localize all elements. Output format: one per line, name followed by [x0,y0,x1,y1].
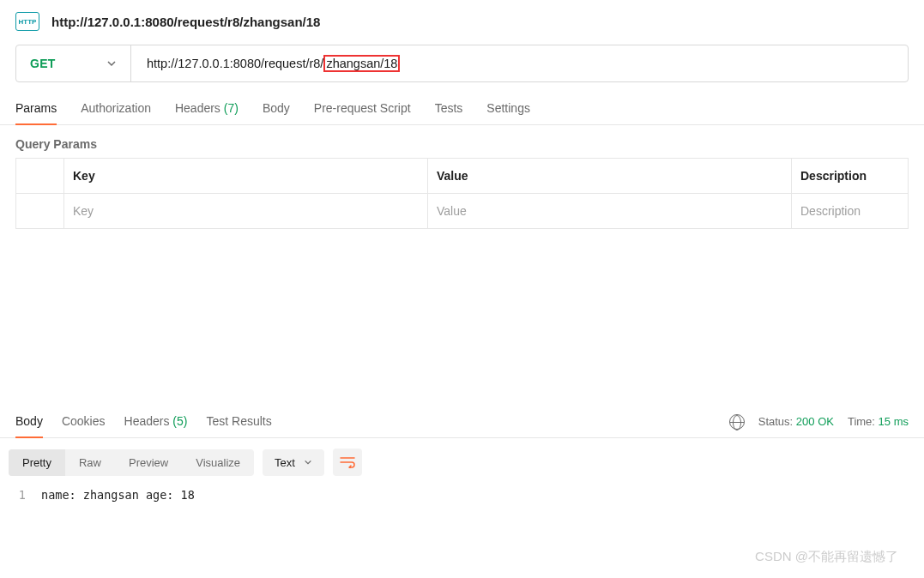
tab-authorization[interactable]: Authorization [81,101,151,124]
response-tab-body[interactable]: Body [15,406,43,438]
table-header-key: Key [64,159,428,193]
view-raw-button[interactable]: Raw [65,449,115,476]
response-meta: Status: 200 OK Time: 15 ms [729,414,909,430]
table-header-blank [16,159,64,193]
tab-headers[interactable]: Headers (7) [175,101,239,124]
tab-body[interactable]: Body [263,101,290,124]
tab-tests[interactable]: Tests [435,101,463,124]
view-visualize-button[interactable]: Visualize [182,449,254,476]
response-tabs: Body Cookies Headers (5) Test Results [15,406,272,437]
method-dropdown[interactable]: GET [16,45,131,81]
status-value: 200 OK [796,415,834,428]
format-dropdown[interactable]: Text [263,449,324,476]
request-row: GET http://127.0.0.1:8080/request/r8/zha… [15,45,909,82]
description-input[interactable]: Description [792,194,908,228]
row-checkbox-cell[interactable] [16,194,64,228]
tab-params[interactable]: Params [15,101,57,125]
response-tab-headers[interactable]: Headers (5) [124,406,188,437]
key-input[interactable]: Key [64,194,428,228]
url-input[interactable]: http://127.0.0.1:8080/request/r8/zhangsa… [131,45,908,81]
response-bar: Body Cookies Headers (5) Test Results St… [0,406,924,438]
status-label: Status: [758,415,793,428]
tab-prerequest[interactable]: Pre-request Script [314,101,411,124]
value-input[interactable]: Value [428,194,792,228]
response-tab-testresults[interactable]: Test Results [206,406,271,437]
chevron-down-icon [106,58,117,69]
view-pretty-button[interactable]: Pretty [9,449,65,476]
tab-settings[interactable]: Settings [486,101,530,124]
response-toolbar: Pretty Raw Preview Visualize Text [0,438,924,483]
method-label: GET [30,57,56,70]
request-tabs: Params Authorization Headers (7) Body Pr… [0,82,924,125]
tab-headers-count: (7) [224,101,239,115]
table-header-value: Value [428,159,792,193]
status-display: Status: 200 OK [758,415,834,428]
time-label: Time: [848,415,875,428]
response-tab-cookies[interactable]: Cookies [62,406,106,437]
url-highlighted-segment: zhangsan/18 [323,55,400,72]
response-tab-headers-count: (5) [172,414,187,428]
response-body[interactable]: 1 name: zhangsan age: 18 [0,483,924,519]
view-preview-button[interactable]: Preview [115,449,182,476]
chevron-down-icon [304,458,312,467]
tab-headers-label: Headers [175,101,220,115]
url-prefix: http://127.0.0.1:8080/request/r8/ [147,57,323,70]
table-row: Key Value Description [16,194,908,229]
wrap-lines-button[interactable] [333,449,362,476]
query-params-table: Key Value Description Key Value Descript… [15,158,909,229]
table-header-description: Description [792,159,908,193]
line-number: 1 [9,488,41,502]
format-label: Text [275,456,295,469]
http-icon: HTTP [15,12,39,31]
table-header-row: Key Value Description [16,159,908,194]
time-display: Time: 15 ms [848,415,909,428]
globe-icon[interactable] [729,414,745,430]
request-title: http://127.0.0.1:8080/request/r8/zhangsa… [51,15,320,29]
query-params-title: Query Params [0,125,924,158]
response-tab-headers-label: Headers [124,414,170,428]
code-content: name: zhangsan age: 18 [41,488,195,502]
view-mode-group: Pretty Raw Preview Visualize [9,449,254,476]
time-value: 15 ms [879,415,909,428]
